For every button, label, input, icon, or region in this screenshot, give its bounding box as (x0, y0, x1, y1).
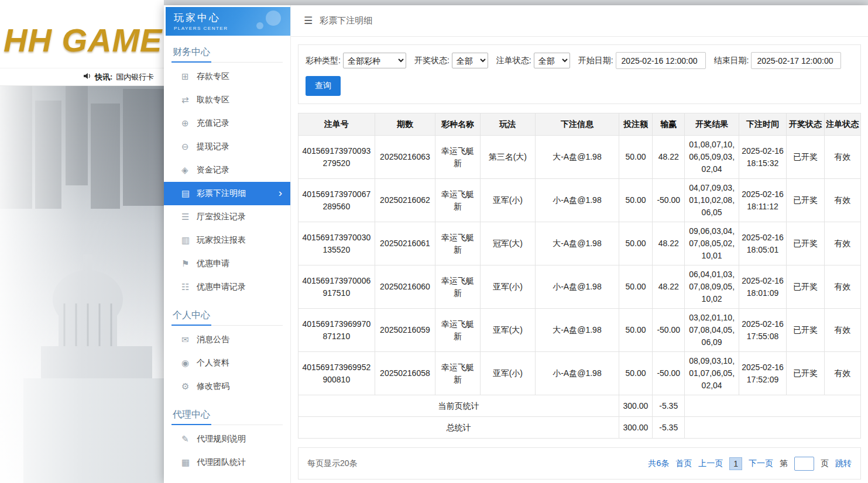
cell: 20250216061 (375, 222, 435, 265)
cell: 有效 (824, 222, 860, 265)
next-page-link[interactable]: 下一页 (749, 458, 773, 469)
pager: 共6条 首页 上一页 1 下一页 第 页 跳转 (648, 457, 852, 471)
sidebar-item-deposit-zone[interactable]: ⊞存款专区 (164, 65, 290, 88)
cell: 幸运飞艇新 (435, 222, 480, 265)
cell: 20250216060 (375, 265, 435, 309)
current-page[interactable]: 1 (729, 457, 742, 470)
cell: 已开奖 (787, 136, 824, 179)
main-content: 彩票下注明细 彩种类型: 全部彩种 开奖状态: 全部 注单状态: (291, 5, 868, 483)
sidebar-item-change-password[interactable]: ⚙修改密码 (164, 375, 290, 398)
news-ticker: 快讯: 国内银行卡 (0, 68, 164, 86)
sidebar-item-lottery-bet-details[interactable]: ▤彩票下注明细 (164, 182, 290, 205)
promo-flag-icon: ⚑ (181, 258, 197, 269)
cell: 已开奖 (787, 179, 824, 222)
cell: 48.22 (653, 222, 685, 265)
sidebar-item-agent-team-stats[interactable]: ▦代理团队统计 (164, 451, 290, 474)
column-header: 注单号 (299, 113, 375, 136)
sidebar-item-label: 玩家投注报表 (197, 235, 246, 246)
sidebar-item-label: 优惠申请 (197, 258, 229, 269)
bet-status-select[interactable]: 全部 (534, 53, 570, 68)
sidebar-item-player-bet-report[interactable]: ▥玩家投注报表 (164, 229, 290, 252)
column-header: 下注时间 (739, 113, 786, 136)
cell: 2025-02-16 17:55:08 (739, 309, 786, 352)
summary-label: 总统计 (299, 417, 619, 439)
cell: 06,04,01,03,07,08,09,05,10,02 (685, 265, 739, 309)
background-photo (0, 86, 164, 483)
summary-empty (685, 395, 861, 417)
sidebar-item-hall-bet-records[interactable]: ☰厅室投注记录 (164, 205, 290, 229)
draw-status-select[interactable]: 全部 (452, 53, 488, 68)
sidebar-item-fund-records[interactable]: ◈资金记录 (164, 158, 290, 182)
lottery-type-select[interactable]: 全部彩种 (343, 53, 406, 68)
table-row: 40156917397003013552020250216061幸运飞艇新冠军(… (299, 222, 861, 265)
jump-button[interactable]: 跳转 (835, 458, 852, 469)
prev-page-link[interactable]: 上一页 (698, 458, 723, 469)
pagination-bar: 每页显示20条 共6条 首页 上一页 1 下一页 第 页 跳转 (298, 447, 861, 479)
cell: 有效 (824, 352, 860, 395)
sidebar-item-profile[interactable]: ◉个人资料 (164, 351, 290, 375)
summary-empty (685, 417, 861, 439)
cell: 小-A盘@1.98 (536, 352, 619, 395)
sidebar-item-promo-apply-records[interactable]: ☷优惠申请记录 (164, 275, 290, 299)
cell: 401569173970006917510 (299, 265, 375, 309)
sidebar-item-promo-apply[interactable]: ⚑优惠申请 (164, 252, 290, 275)
section-title-text: 财务中心 (171, 43, 211, 63)
filter-panel: 彩种类型: 全部彩种 开奖状态: 全部 注单状态: 全部 开始日期: (298, 44, 861, 104)
summary-row: 总统计300.00-5.35 (299, 417, 861, 439)
funds-icon: ◈ (181, 165, 197, 175)
cell: 有效 (824, 309, 860, 352)
cell: 幸运飞艇新 (435, 136, 480, 179)
report-icon: ▥ (181, 235, 197, 246)
jump-page-input[interactable] (794, 457, 814, 471)
column-header: 玩法 (480, 113, 535, 136)
cell: 20250216063 (375, 136, 435, 179)
cell: 大-A盘@1.98 (536, 309, 619, 352)
cell: 20250216062 (375, 179, 435, 222)
end-date-input[interactable] (751, 52, 841, 69)
cell: 冠军(大) (480, 222, 535, 265)
profile-icon: ◉ (181, 358, 197, 368)
site-logo: HH GAME (4, 21, 162, 59)
cell: 亚军(小) (480, 352, 535, 395)
withdraw-transfer-icon: ⇄ (181, 95, 197, 105)
stats-icon: ▦ (181, 457, 197, 468)
start-date-input[interactable] (616, 52, 706, 69)
sidebar-item-withdraw-zone[interactable]: ⇄取款专区 (164, 88, 290, 112)
section-title: 财务中心 (171, 43, 283, 63)
sidebar-item-label: 提现记录 (197, 142, 229, 152)
cell: 亚军(小) (480, 179, 535, 222)
column-header: 下注信息 (536, 113, 619, 136)
table-row: 40156917397006728956020250216062幸运飞艇新亚军(… (299, 179, 861, 222)
cell: 48.22 (653, 265, 685, 309)
sidebar-item-withdrawal-records[interactable]: ⊖提现记录 (164, 135, 290, 158)
sidebar-item-agent-rules[interactable]: ✎代理规则说明 (164, 427, 290, 451)
document-icon: ✎ (181, 434, 197, 444)
deposit-card-icon: ⊞ (181, 71, 197, 82)
cell: 401569173970030135520 (299, 222, 375, 265)
cell: 小-A盘@1.98 (536, 179, 619, 222)
decor-bubble-icon (266, 11, 281, 26)
cell: 2025-02-16 17:52:09 (739, 352, 786, 395)
sidebar-item-recharge-records[interactable]: ⊕充值记录 (164, 112, 290, 135)
cell: 20250216058 (375, 352, 435, 395)
decor-bubble-icon (256, 22, 263, 29)
search-button[interactable]: 查询 (306, 76, 341, 96)
screen: HH GAME 快讯: 国内银行卡 (0, 0, 868, 483)
first-page-link[interactable]: 首页 (675, 458, 692, 469)
column-header: 开奖结果 (685, 113, 739, 136)
cell: 50.00 (619, 352, 652, 395)
menu-toggle-icon[interactable] (304, 15, 313, 27)
sidebar-item-label: 消息公告 (197, 334, 229, 345)
content-header: 彩票下注明细 (291, 5, 868, 37)
cell: 04,07,09,03,01,10,02,08,06,05 (685, 179, 739, 222)
page-title: 彩票下注明细 (320, 15, 372, 26)
page-size-text: 每页显示20条 (307, 458, 358, 469)
cell: 已开奖 (787, 309, 824, 352)
ticker-label: 快讯: (95, 72, 112, 82)
table-row: 40156917397009327952020250216063幸运飞艇新第三名… (299, 136, 861, 179)
draw-status-label: 开奖状态: (414, 56, 450, 66)
cell: 幸运飞艇新 (435, 265, 480, 309)
summary-label: 当前页统计 (299, 395, 619, 417)
sidebar-item-label: 代理团队统计 (197, 457, 246, 468)
sidebar-item-messages[interactable]: ✉消息公告 (164, 328, 290, 351)
